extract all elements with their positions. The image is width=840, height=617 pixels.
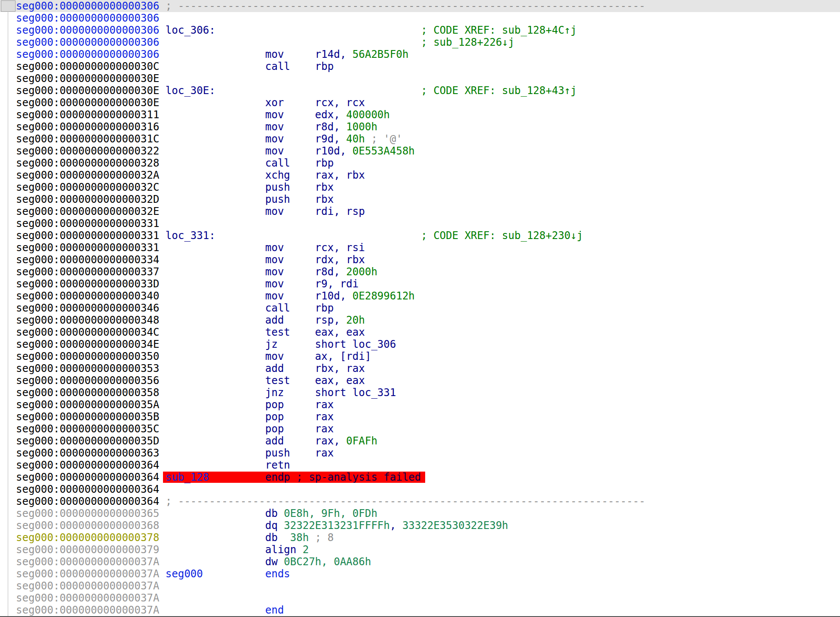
- address-label[interactable]: seg000:000000000000035A: [16, 399, 159, 411]
- asm-line[interactable]: seg000:0000000000000306; sub_128+226↓j: [0, 36, 840, 48]
- asm-token[interactable]: rcx, rcx: [315, 97, 365, 109]
- asm-line[interactable]: seg000:0000000000000378db38h; 8: [0, 532, 840, 544]
- asm-token[interactable]: ends: [265, 568, 290, 580]
- asm-token[interactable]: rax: [315, 411, 334, 423]
- asm-token[interactable]: sub_128: [166, 471, 209, 483]
- address-label[interactable]: seg000:000000000000030E: [16, 85, 159, 97]
- address-label[interactable]: seg000:0000000000000340: [16, 290, 159, 302]
- asm-line[interactable]: seg000:0000000000000322movr10d,0E553A458…: [0, 145, 840, 157]
- asm-line[interactable]: seg000:000000000000037A: [0, 592, 840, 604]
- address-label[interactable]: seg000:000000000000035C: [16, 423, 159, 435]
- asm-line[interactable]: seg000:0000000000000311movedx,400000h: [0, 109, 840, 121]
- asm-token[interactable]: 0E553A458h: [352, 145, 415, 157]
- asm-line[interactable]: seg000:000000000000032Dpushrbx: [0, 193, 840, 205]
- asm-token[interactable]: r8d,: [315, 266, 340, 278]
- asm-token[interactable]: loc_331:: [166, 230, 216, 242]
- asm-line[interactable]: seg000:000000000000030Eloc_30E:; CODE XR…: [0, 85, 840, 97]
- address-label[interactable]: seg000:000000000000030E: [16, 97, 159, 109]
- asm-token[interactable]: eax, eax: [315, 326, 365, 338]
- asm-token[interactable]: jnz: [265, 387, 284, 399]
- asm-line[interactable]: seg000:0000000000000356testeax, eax: [0, 375, 840, 387]
- asm-token[interactable]: 2000h: [346, 266, 377, 278]
- address-label[interactable]: seg000:000000000000031C: [16, 133, 159, 145]
- asm-line[interactable]: seg000:0000000000000348addrsp,20h: [0, 314, 840, 326]
- asm-token[interactable]: 40h: [346, 133, 365, 145]
- asm-token[interactable]: short loc_331: [315, 387, 396, 399]
- asm-token[interactable]: edx,: [315, 109, 340, 121]
- asm-line[interactable]: seg000:0000000000000340movr10d,0E2899612…: [0, 290, 840, 302]
- address-label[interactable]: seg000:000000000000037A: [16, 556, 159, 568]
- asm-token[interactable]: 0E2899612h: [352, 290, 415, 302]
- asm-line[interactable]: seg000:000000000000034Ctesteax, eax: [0, 326, 840, 338]
- address-label[interactable]: seg000:000000000000037A: [16, 568, 159, 580]
- asm-token[interactable]: rbp: [315, 157, 334, 169]
- asm-line[interactable]: seg000:0000000000000350movax, [rdi]: [0, 350, 840, 362]
- asm-token[interactable]: pop: [265, 399, 284, 411]
- asm-line[interactable]: seg000:000000000000030E: [0, 72, 840, 85]
- asm-token[interactable]: mov: [265, 290, 284, 302]
- asm-line[interactable]: seg000:000000000000032Axchgrax, rbx: [0, 169, 840, 181]
- address-label[interactable]: seg000:0000000000000378: [16, 532, 159, 544]
- asm-token[interactable]: call: [265, 157, 290, 169]
- asm-line[interactable]: seg000:0000000000000306movr14d,56A2B5F0h: [0, 48, 840, 60]
- asm-token[interactable]: 33322E3530322E39h: [402, 519, 508, 532]
- asm-line[interactable]: seg000:0000000000000331loc_331:; CODE XR…: [0, 230, 840, 242]
- address-label[interactable]: seg000:000000000000030E: [16, 72, 159, 85]
- address-label[interactable]: seg000:0000000000000306: [16, 36, 159, 48]
- asm-token[interactable]: 2: [303, 544, 309, 556]
- asm-token[interactable]: ; --------------------------------------…: [166, 0, 646, 12]
- asm-token[interactable]: mov: [265, 133, 284, 145]
- asm-token[interactable]: eax, eax: [315, 375, 365, 387]
- asm-line[interactable]: seg000:0000000000000337movr8d,2000h: [0, 266, 840, 278]
- asm-line[interactable]: seg000:000000000000037Adw0BC27h, 0AA86h: [0, 556, 840, 568]
- asm-token[interactable]: rbx, rax: [315, 362, 365, 375]
- address-label[interactable]: seg000:0000000000000379: [16, 544, 159, 556]
- asm-token[interactable]: 400000h: [346, 109, 390, 121]
- asm-token[interactable]: rax: [315, 423, 334, 435]
- asm-token[interactable]: jz: [265, 338, 278, 350]
- asm-token[interactable]: mov: [265, 109, 284, 121]
- asm-token[interactable]: 20h: [346, 314, 365, 326]
- asm-token[interactable]: rbp: [315, 302, 334, 314]
- disassembly-view[interactable]: seg000:0000000000000306; ---------------…: [0, 0, 840, 617]
- asm-token[interactable]: ax, [rdi]: [315, 350, 371, 362]
- asm-token[interactable]: ; '@': [371, 133, 402, 145]
- address-label[interactable]: seg000:000000000000034C: [16, 326, 159, 338]
- address-label[interactable]: seg000:0000000000000328: [16, 157, 159, 169]
- asm-line[interactable]: seg000:000000000000035Apoprax: [0, 399, 840, 411]
- address-label[interactable]: seg000:0000000000000322: [16, 145, 159, 157]
- asm-token[interactable]: add: [265, 314, 284, 326]
- address-label[interactable]: seg000:0000000000000316: [16, 121, 159, 133]
- asm-token[interactable]: ,: [390, 519, 396, 532]
- asm-token[interactable]: add: [265, 362, 284, 375]
- address-label[interactable]: seg000:000000000000034E: [16, 338, 159, 350]
- asm-token[interactable]: 0E8h, 9Fh, 0FDh: [284, 507, 377, 519]
- address-label[interactable]: seg000:0000000000000306: [16, 12, 159, 24]
- address-label[interactable]: seg000:000000000000032D: [16, 193, 159, 205]
- asm-token[interactable]: r10d,: [315, 290, 346, 302]
- asm-token[interactable]: loc_30E:: [166, 85, 216, 97]
- asm-token[interactable]: call: [265, 302, 290, 314]
- address-label[interactable]: seg000:0000000000000334: [16, 254, 159, 266]
- asm-token[interactable]: xchg: [265, 169, 290, 181]
- asm-token[interactable]: dw: [265, 556, 278, 568]
- asm-token[interactable]: r9d,: [315, 133, 340, 145]
- asm-token[interactable]: rbp: [315, 60, 334, 72]
- address-label[interactable]: seg000:000000000000030C: [16, 60, 159, 72]
- address-label[interactable]: seg000:0000000000000364: [16, 495, 159, 507]
- asm-line[interactable]: seg000:0000000000000368dq32322E313231FFF…: [0, 519, 840, 532]
- asm-token[interactable]: r8d,: [315, 121, 340, 133]
- address-label[interactable]: seg000:000000000000037A: [16, 604, 159, 616]
- asm-token[interactable]: ; CODE XREF: sub_128+230↓j: [421, 230, 583, 242]
- asm-line[interactable]: seg000:0000000000000306: [0, 12, 840, 24]
- asm-token[interactable]: mov: [265, 254, 284, 266]
- asm-line[interactable]: seg000:0000000000000316movr8d,1000h: [0, 121, 840, 133]
- asm-line[interactable]: seg000:000000000000030Ccallrbp: [0, 60, 840, 72]
- address-label[interactable]: seg000:0000000000000350: [16, 350, 159, 362]
- asm-line[interactable]: seg000:0000000000000379align2: [0, 544, 840, 556]
- asm-line[interactable]: seg000:0000000000000306loc_306:; CODE XR…: [0, 24, 840, 36]
- address-label[interactable]: seg000:0000000000000331: [16, 230, 159, 242]
- asm-token[interactable]: mov: [265, 205, 284, 217]
- asm-line[interactable]: seg000:0000000000000334movrdx, rbx: [0, 254, 840, 266]
- asm-line[interactable]: seg000:000000000000032Cpushrbx: [0, 181, 840, 193]
